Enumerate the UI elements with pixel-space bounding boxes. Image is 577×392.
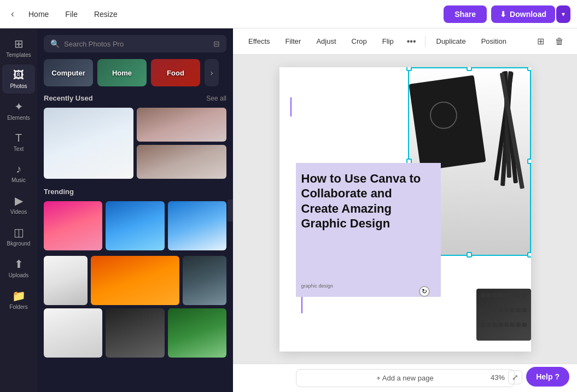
search-input[interactable] xyxy=(64,40,209,48)
sidebar: ⊞ Templates 🖼 Photos ✦ Elements T Text ♪… xyxy=(0,28,37,392)
sidebar-label-videos: Videos xyxy=(10,209,27,215)
trending-photo-6[interactable] xyxy=(183,256,226,305)
trending-photo-5[interactable] xyxy=(91,256,179,305)
sidebar-item-music[interactable]: ♪ Music xyxy=(2,159,35,188)
handle-top-right[interactable] xyxy=(527,67,531,71)
recently-photo-3[interactable] xyxy=(137,145,226,179)
trending-photo-8[interactable] xyxy=(106,308,164,358)
sidebar-item-text[interactable]: T Text xyxy=(2,127,35,156)
download-label: Download xyxy=(510,10,546,19)
category-home[interactable]: Home xyxy=(97,59,147,86)
sidebar-item-photos[interactable]: 🖼 Photos xyxy=(2,65,35,93)
duplicate-button[interactable]: Duplicate xyxy=(430,34,473,49)
subtitle-text: graphic design xyxy=(301,283,334,289)
sidebar-item-background[interactable]: ◫ Bkground xyxy=(2,221,35,251)
canvas-bottom-bar: + Add a new page 43% ⤢ Help ? xyxy=(233,364,577,392)
delete-button[interactable]: 🗑 xyxy=(551,33,568,50)
sidebar-item-elements[interactable]: ✦ Elements xyxy=(2,96,35,125)
key-3 xyxy=(492,293,497,297)
download-button[interactable]: ⬇ Download xyxy=(491,5,555,23)
effects-button[interactable]: Effects xyxy=(242,34,277,49)
more-options-button[interactable]: ••• xyxy=(403,33,421,50)
position-button[interactable]: Position xyxy=(475,34,513,49)
topbar-left: ‹ Home File Resize xyxy=(7,5,125,23)
sidebar-item-videos[interactable]: ▶ Videos xyxy=(2,190,35,219)
zoom-level: 43% xyxy=(491,373,505,382)
help-button[interactable]: Help ? xyxy=(526,367,569,387)
notebook-emblem xyxy=(428,100,458,130)
topbar-nav: Home File Resize xyxy=(21,7,125,22)
key-2 xyxy=(486,293,491,297)
key-7 xyxy=(516,293,521,297)
zoom-display: 43% ⤢ xyxy=(491,370,522,384)
main-area: ⊞ Templates 🖼 Photos ✦ Elements T Text ♪… xyxy=(0,28,577,392)
handle-bottom-right[interactable] xyxy=(527,252,531,258)
panel-collapse-button[interactable]: ‹ xyxy=(228,200,233,221)
recently-used-title: Recently Used xyxy=(44,94,93,102)
main-title-text: How to Use Canva to Collaborate and Crea… xyxy=(301,171,433,231)
crop-button[interactable]: Crop xyxy=(345,34,374,49)
notebook-visual xyxy=(409,75,486,171)
nav-file-button[interactable]: File xyxy=(57,7,85,22)
keyboard-keys xyxy=(476,289,531,341)
topbar-right: Share ⬇ Download ▾ xyxy=(444,5,570,23)
sidebar-item-folders[interactable]: 📁 Folders xyxy=(2,285,35,314)
background-icon: ◫ xyxy=(14,226,24,239)
trending-photo-1[interactable] xyxy=(44,201,102,250)
key-4 xyxy=(498,293,503,297)
key-23 xyxy=(516,323,521,327)
category-computer[interactable]: Computer xyxy=(44,59,93,86)
filter-icon[interactable]: ⊟ xyxy=(213,39,220,48)
text-icon: T xyxy=(15,132,22,144)
trending-photo-4[interactable] xyxy=(44,256,88,305)
flip-button[interactable]: Flip xyxy=(376,34,400,49)
trending-photo-3[interactable] xyxy=(168,201,226,250)
category-arrow[interactable]: › xyxy=(205,59,219,86)
trending-photo-9[interactable] xyxy=(168,308,226,358)
sidebar-item-templates[interactable]: ⊞ Templates xyxy=(2,33,35,62)
key-10 xyxy=(486,308,491,312)
share-button[interactable]: Share xyxy=(444,5,487,23)
sidebar-item-uploads[interactable]: ⬆ Uploads xyxy=(2,253,35,283)
rotate-handle-bottom[interactable]: ↻ xyxy=(419,286,430,297)
toolbar-divider xyxy=(425,36,426,47)
category-food-bg: Food xyxy=(151,59,200,86)
handle-top-left[interactable] xyxy=(406,67,412,71)
key-18 xyxy=(486,323,491,327)
search-bar: 🔍 ⊟ xyxy=(44,35,226,52)
download-group: ⬇ Download ▾ xyxy=(491,5,570,23)
key-16 xyxy=(522,308,527,312)
folders-icon: 📁 xyxy=(12,289,26,302)
trending-grid-row2 xyxy=(44,256,226,305)
handle-bottom-mid[interactable] xyxy=(467,252,472,258)
recently-right-col xyxy=(137,108,226,179)
accent-line-top xyxy=(290,97,292,116)
download-caret-button[interactable]: ▾ xyxy=(556,5,570,23)
key-9 xyxy=(481,308,486,312)
adjust-button[interactable]: Adjust xyxy=(310,34,342,49)
key-22 xyxy=(510,323,515,327)
nav-home-button[interactable]: Home xyxy=(21,7,56,22)
see-all-button[interactable]: See all xyxy=(206,95,226,102)
nav-resize-button[interactable]: Resize xyxy=(86,7,125,22)
key-1 xyxy=(481,293,486,297)
sidebar-label-photos: Photos xyxy=(10,83,27,89)
back-button[interactable]: ‹ xyxy=(7,5,19,23)
trending-photo-2[interactable] xyxy=(106,201,164,250)
toolbar-right: ⊞ 🗑 xyxy=(533,33,568,50)
recently-photo-1[interactable] xyxy=(44,108,133,179)
add-page-button[interactable]: + Add a new page xyxy=(296,369,515,387)
filter-button[interactable]: Filter xyxy=(279,34,308,49)
trending-photo-7[interactable] xyxy=(44,308,102,358)
trending-grid-row3 xyxy=(44,308,226,358)
zoom-expand-button[interactable]: ⤢ xyxy=(508,370,522,384)
handle-top-mid[interactable] xyxy=(467,67,472,71)
sidebar-label-background: Bkground xyxy=(7,241,31,247)
category-food[interactable]: Food xyxy=(151,59,200,86)
recently-photo-2[interactable] xyxy=(137,108,226,142)
handle-mid-right[interactable] xyxy=(527,159,531,164)
photos-icon: 🖼 xyxy=(13,69,24,81)
layout-button[interactable]: ⊞ xyxy=(533,33,549,50)
templates-icon: ⊞ xyxy=(14,37,24,50)
sidebar-label-folders: Folders xyxy=(9,304,27,310)
